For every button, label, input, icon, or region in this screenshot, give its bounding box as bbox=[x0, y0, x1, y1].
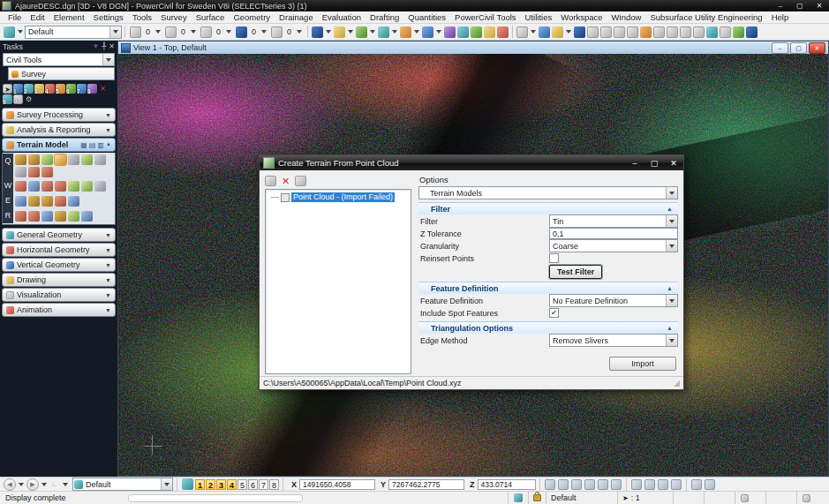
survey-tool-icon[interactable]: 9 bbox=[3, 94, 12, 104]
paintbrush-icon[interactable] bbox=[574, 26, 585, 38]
level-display-icon[interactable] bbox=[422, 26, 433, 38]
minimize-button[interactable]: – bbox=[771, 0, 790, 11]
fence-status-cell[interactable] bbox=[673, 492, 704, 504]
survey-tool-icon[interactable]: 4 bbox=[45, 84, 55, 94]
dialog-titlebar[interactable]: Create Terrain From Point Cloud – ▢ ✕ bbox=[260, 155, 683, 170]
clip-volume-icon[interactable] bbox=[720, 26, 731, 38]
import-button[interactable]: Import bbox=[609, 357, 676, 371]
zoom-out-icon[interactable] bbox=[600, 26, 612, 38]
active-element-template-icon[interactable] bbox=[4, 26, 15, 38]
view-titlebar[interactable]: View 1 - Top, Default – ▢ ✕ bbox=[118, 41, 828, 54]
terrain-tool-icon[interactable] bbox=[15, 211, 26, 222]
rotate-view-icon[interactable] bbox=[631, 479, 642, 490]
pin-icon[interactable]: ╀ bbox=[102, 42, 106, 50]
menu-surface[interactable]: Surface bbox=[192, 11, 230, 24]
chevron-down-icon[interactable] bbox=[226, 30, 231, 34]
snap-status-cell[interactable] bbox=[508, 492, 528, 504]
x-coordinate-input[interactable]: 1491650.4058 bbox=[299, 479, 375, 490]
reinsert-points-checkbox[interactable] bbox=[549, 253, 559, 263]
survey-tool-icon[interactable]: 3 bbox=[34, 84, 44, 94]
terrain-tool-icon[interactable] bbox=[68, 211, 79, 222]
view-toggle-2[interactable]: 2 bbox=[206, 479, 215, 490]
chevron-down-icon[interactable] bbox=[666, 240, 677, 252]
terrain-tool-icon[interactable] bbox=[41, 196, 53, 207]
active-style-combo[interactable]: Default bbox=[25, 26, 122, 39]
active-task-survey[interactable]: Survey bbox=[8, 67, 115, 80]
sidebar-section-general-geometry[interactable]: General Geometry ▼ bbox=[2, 228, 116, 242]
survey-tool-icon[interactable]: 0 bbox=[13, 94, 23, 104]
references-icon[interactable] bbox=[356, 26, 367, 38]
chevron-down-icon[interactable] bbox=[392, 30, 397, 34]
terrain-tool-icon[interactable] bbox=[41, 167, 53, 177]
active-transparency-combo[interactable]: 0 bbox=[270, 26, 304, 38]
delete-element-icon[interactable] bbox=[497, 26, 509, 38]
chevron-down-icon[interactable] bbox=[155, 30, 161, 34]
chevron-down-icon[interactable] bbox=[666, 187, 677, 199]
terrain-tool-icon[interactable] bbox=[94, 181, 106, 192]
chevron-down-icon[interactable] bbox=[666, 335, 677, 346]
active-level-cell[interactable]: Default bbox=[546, 492, 617, 504]
menu-utilities[interactable]: Utilities bbox=[521, 11, 557, 24]
terrain-tool-icon[interactable] bbox=[41, 211, 53, 222]
terrain-tool-icon[interactable] bbox=[68, 196, 79, 207]
update-view-icon[interactable] bbox=[584, 479, 595, 490]
view-toggles-icon[interactable] bbox=[182, 478, 193, 490]
markups-icon[interactable] bbox=[484, 26, 495, 38]
terrain-tool-icon[interactable] bbox=[81, 181, 93, 192]
dialog-close-button[interactable]: ✕ bbox=[667, 159, 680, 168]
close-button[interactable]: ✕ bbox=[810, 0, 829, 11]
clip-volume-icon[interactable] bbox=[691, 479, 702, 490]
chevron-down-icon[interactable] bbox=[348, 30, 353, 34]
chevron-up-icon[interactable]: ▲ bbox=[667, 206, 673, 212]
menu-drainage[interactable]: Drainage bbox=[275, 11, 318, 24]
sidebar-section-vertical-geometry[interactable]: Vertical Geometry ▼ bbox=[2, 258, 116, 272]
view-previous-icon[interactable] bbox=[545, 479, 555, 490]
design-history-cell[interactable] bbox=[796, 492, 829, 504]
terrain-tool-icon[interactable] bbox=[41, 181, 53, 192]
chevron-up-icon[interactable]: ▲ bbox=[667, 285, 673, 291]
tasks-menu-icon[interactable]: ▼ bbox=[93, 42, 100, 50]
models-icon[interactable] bbox=[334, 26, 345, 38]
chevron-down-icon[interactable] bbox=[19, 483, 24, 486]
terrain-tool-icon[interactable] bbox=[55, 196, 66, 207]
layout-list-icon[interactable]: ▤ bbox=[89, 141, 96, 149]
menu-drafting[interactable]: Drafting bbox=[366, 11, 403, 24]
primary-tool-icon[interactable] bbox=[312, 26, 323, 38]
sidebar-section-drawing[interactable]: Drawing ▼ bbox=[2, 273, 116, 287]
element-selection-icon[interactable]: ➤ bbox=[3, 84, 12, 94]
copy-view-icon[interactable] bbox=[571, 479, 582, 490]
survey-tool-icon[interactable]: 5 bbox=[56, 84, 65, 94]
layout-grid-icon[interactable]: ▦ bbox=[80, 141, 87, 149]
chevron-up-icon[interactable]: ▲ bbox=[106, 141, 111, 149]
point-cloud-checkbox[interactable] bbox=[281, 193, 290, 202]
menu-survey[interactable]: Survey bbox=[156, 11, 192, 24]
menu-settings[interactable]: Settings bbox=[89, 11, 128, 24]
active-linestyle-combo[interactable]: 0 bbox=[200, 26, 233, 38]
terrain-tool-icon[interactable] bbox=[81, 211, 93, 222]
view-orientation-icon[interactable] bbox=[658, 479, 668, 490]
view-restore-button[interactable]: ▢ bbox=[790, 42, 807, 54]
filter-section-header[interactable]: Filter ▲ bbox=[418, 202, 678, 214]
view-toggle-4[interactable]: 4 bbox=[227, 479, 237, 490]
terrain-tool-icon[interactable] bbox=[41, 154, 53, 165]
chevron-down-icon[interactable] bbox=[102, 54, 114, 65]
chevron-down-icon[interactable] bbox=[370, 30, 375, 34]
survey-tool-icon[interactable]: 6 bbox=[66, 84, 76, 94]
survey-tool-icon[interactable]: 1 bbox=[13, 84, 23, 94]
copy-view-icon[interactable] bbox=[706, 26, 718, 38]
tree-item-point-cloud[interactable]: Point Cloud - (Import Failed) bbox=[268, 192, 409, 202]
selection-count-cell[interactable]: ➤ : 1 bbox=[617, 492, 673, 504]
chevron-down-icon[interactable] bbox=[666, 215, 677, 227]
terrain-tool-icon[interactable] bbox=[55, 211, 66, 222]
terrain-tool-icon[interactable] bbox=[28, 167, 40, 177]
chevron-down-icon[interactable] bbox=[414, 30, 419, 34]
filter-combo[interactable]: Tin bbox=[549, 214, 678, 228]
rotate-view-icon[interactable] bbox=[640, 26, 652, 38]
survey-tool-icon[interactable]: 8 bbox=[87, 84, 97, 94]
view-toggle-8[interactable]: 8 bbox=[269, 479, 279, 490]
menu-element[interactable]: Element bbox=[49, 11, 89, 24]
menu-window[interactable]: Window bbox=[607, 11, 646, 24]
view-group-combo[interactable]: Default bbox=[72, 478, 173, 491]
render-mode-icon[interactable] bbox=[705, 479, 715, 490]
feature-definition-section-header[interactable]: Feature Definition ▲ bbox=[418, 282, 678, 294]
